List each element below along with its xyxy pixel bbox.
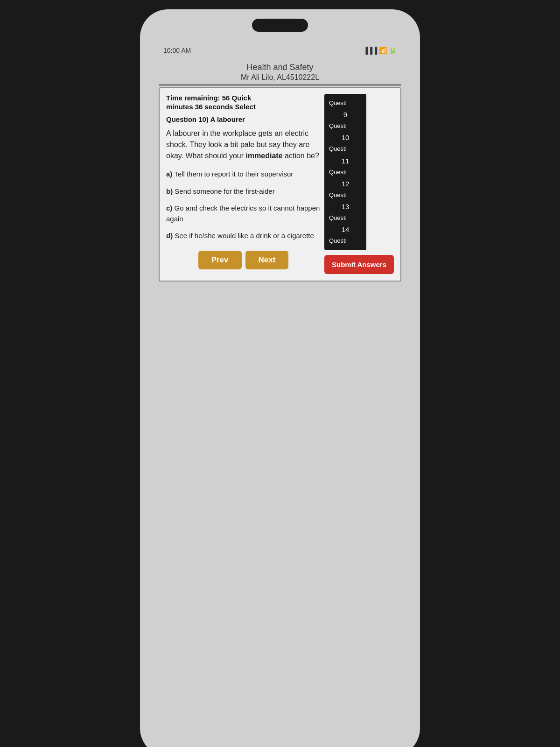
prev-button[interactable]: Prev [198,251,242,269]
notch [252,19,308,32]
sidebar-number-10[interactable]: 10 [327,133,364,142]
sidebar-number-11[interactable]: 11 [327,156,364,166]
next-button[interactable]: Next [245,251,289,269]
answer-c[interactable]: c) Go and check the electrics so it cann… [166,203,321,224]
sidebar-number-13[interactable]: 13 [327,202,364,211]
answer-a-text: Tell them to report it to their supervis… [174,170,293,178]
quick-label: Quick [232,94,252,102]
sidebar-number-12[interactable]: 12 [327,179,364,189]
answer-d-key: d) [166,232,173,240]
answer-d-text: See if he/she would like a drink or a ci… [175,232,314,240]
content-area: Time remaining: 56 Quick minutes 36 seco… [166,94,324,274]
answer-b[interactable]: b) Send someone for the first-aider [166,186,321,197]
answer-b-text: Send someone for the first-aider [175,187,274,195]
sidebar-item-quest-label-4: Questi [327,167,364,178]
nav-buttons: Prev Next [166,251,321,269]
question-text-bold: immediate [245,152,282,160]
sidebar-item-quest-label-2: Questi [327,120,364,132]
question-header: minutes 36 seconds Select [166,103,321,111]
select-label: Select [235,103,256,111]
course-title: Health and Safety [159,63,401,72]
minutes-label: minutes 36 seconds [166,103,233,111]
sidebar-item-quest-label-5: Questi [327,190,364,201]
timer-bar: Time remaining: 56 Quick [166,94,321,102]
sidebar-number-14[interactable]: 14 [327,225,364,234]
submit-answers-button[interactable]: Submit Answers [324,255,394,274]
signal-icons: ▐▐▐ 📶 🔋 [363,47,397,54]
sidebar-item-quest-label-7: Questi [327,235,364,247]
answer-a[interactable]: a) Tell them to report it to their super… [166,169,321,180]
user-info: Mr Ali Lilo, AL4510222L [159,73,401,82]
status-bar: 10:00 AM ▐▐▐ 📶 🔋 [159,47,401,54]
answer-c-text: Go and check the electrics so it cannot … [166,204,320,223]
time-display: 10:00 AM [163,47,191,54]
question-text-part2: action be? [283,152,319,160]
main-card: Time remaining: 56 Quick minutes 36 seco… [159,87,401,282]
sidebar-item-quest-label-6: Questi [327,212,364,224]
answer-d[interactable]: d) See if he/she would like a drink or a… [166,231,321,241]
answer-b-key: b) [166,187,173,195]
phone-frame: 10:00 AM ▐▐▐ 📶 🔋 Health and Safety Mr Al… [140,9,420,747]
sidebar-item-quest-label-1: Questi [327,98,364,109]
sidebar-number-9[interactable]: 9 [327,110,364,120]
sidebar-item-quest-label-3: Questi [327,143,364,155]
sidebar-panel: Questi 9 Questi 10 Questi 11 Questi 12 Q… [324,94,366,250]
sidebar-with-submit: Questi 9 Questi 10 Questi 11 Questi 12 Q… [324,94,394,274]
question-nav: Question 10) A labourer [166,115,321,123]
answer-a-key: a) [166,170,172,178]
answer-c-key: c) [166,204,172,212]
timer-label: Time remaining: 56 [166,94,230,102]
header-section: Health and Safety Mr Ali Lilo, AL4510222… [159,58,401,85]
question-body: A labourer in the workplace gets an elec… [166,128,321,162]
